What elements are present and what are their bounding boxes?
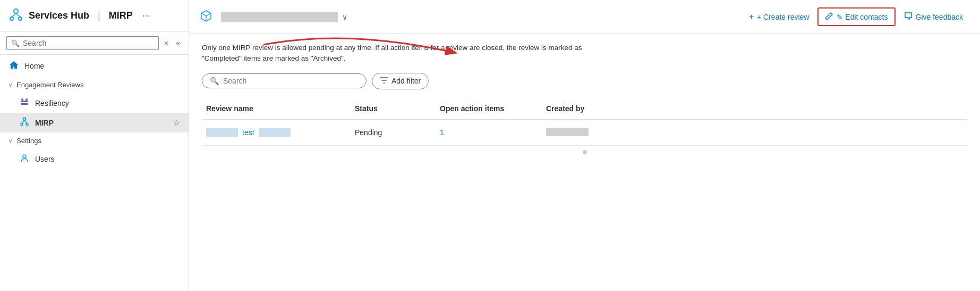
main-body: Only one MIRP review is allowed pending … — [189, 34, 980, 291]
svg-line-16 — [201, 13, 206, 16]
cell-status: Pending — [351, 126, 436, 139]
plus-icon: + — [749, 12, 754, 22]
svg-point-1 — [10, 17, 13, 20]
svg-point-7 — [21, 98, 23, 101]
add-filter-button[interactable]: Add filter — [372, 73, 429, 89]
sidebar-item-label-home: Home — [24, 62, 44, 70]
svg-point-14 — [23, 155, 26, 158]
edit-contacts-button[interactable]: ✎ Edit contacts — [817, 7, 895, 26]
app-subtitle: MIRP — [109, 10, 133, 21]
toolbar-title-bar — [221, 12, 338, 22]
sidebar-item-label-engagement-reviews: Engagement Reviews — [16, 81, 83, 89]
cell-review-name: test — [202, 126, 351, 139]
sidebar-item-label-mirp: MIRP — [35, 119, 54, 127]
chevron-down-icon: ∨ — [8, 82, 12, 88]
chevron-settings-icon: ∨ — [8, 138, 12, 144]
star-icon[interactable]: ☆ — [173, 119, 180, 127]
svg-rect-5 — [21, 101, 28, 102]
add-filter-label: Add filter — [391, 77, 421, 85]
pencil-icon — [825, 12, 833, 22]
svg-point-8 — [25, 98, 28, 101]
review-name-suffix-blur — [259, 128, 291, 137]
sidebar-item-home[interactable]: Home — [0, 55, 189, 77]
sidebar-navigation: Home ∨ Engagement Reviews Resiliency — [0, 55, 189, 291]
toolbar-chevron-icon[interactable]: ∨ — [342, 13, 347, 21]
toolbar-title-area: ∨ — [221, 12, 347, 22]
sidebar-search-row: 🔍 × « — [0, 32, 189, 55]
app-logo-icon — [8, 7, 23, 24]
cell-created-by — [542, 126, 701, 140]
filter-row: 🔍 Add filter — [202, 73, 967, 89]
toolbar-cube-icon — [200, 10, 212, 24]
edit-contacts-label: ✎ Edit contacts — [837, 13, 888, 21]
collapse-sidebar-button[interactable]: « — [174, 37, 182, 49]
resiliency-icon — [19, 97, 30, 109]
toolbar-actions: + + Create review ✎ Edit contacts — [743, 7, 969, 26]
svg-line-12 — [22, 121, 24, 124]
open-action-items-value: 1 — [440, 128, 444, 137]
sidebar-item-label-users: Users — [35, 155, 55, 163]
svg-point-0 — [14, 9, 18, 13]
more-options-icon[interactable]: ··· — [142, 10, 150, 21]
pagination — [202, 146, 967, 159]
svg-point-2 — [19, 17, 22, 20]
info-text: Only one MIRP review is allowed pending … — [202, 43, 680, 64]
filter-icon — [380, 76, 388, 86]
clear-search-button[interactable]: × — [162, 37, 171, 49]
mirp-icon — [19, 117, 30, 128]
svg-line-17 — [206, 13, 211, 16]
main-content: ∨ + + Create review ✎ Edit contacts — [189, 0, 980, 291]
svg-line-3 — [12, 13, 16, 17]
col-header-created-by: Created by — [542, 102, 701, 115]
svg-rect-6 — [21, 103, 28, 105]
sidebar-item-label-settings: Settings — [16, 137, 41, 145]
create-review-button[interactable]: + + Create review — [743, 9, 816, 25]
sidebar: Services Hub | MIRP ··· 🔍 × « Home — [0, 0, 189, 291]
search-icon: 🔍 — [11, 39, 20, 47]
table-header: Review name Status Open action items Cre… — [202, 98, 967, 120]
pagination-dot — [583, 150, 587, 154]
svg-line-13 — [24, 121, 27, 124]
table-row: test Pending 1 — [202, 120, 967, 146]
main-search-box: 🔍 — [202, 73, 367, 88]
give-feedback-label: Give feedback — [916, 13, 964, 21]
sidebar-item-users[interactable]: Users — [0, 149, 189, 169]
review-name-link[interactable]: test — [242, 128, 254, 137]
sidebar-item-settings[interactable]: ∨ Settings — [0, 132, 189, 149]
sidebar-search-input[interactable] — [23, 39, 154, 47]
svg-line-4 — [16, 13, 20, 17]
col-header-review-name: Review name — [202, 102, 351, 115]
main-search-input[interactable] — [223, 77, 359, 85]
svg-point-10 — [21, 123, 23, 126]
sidebar-item-label-resiliency: Resiliency — [35, 99, 69, 107]
sidebar-item-engagement-reviews[interactable]: ∨ Engagement Reviews — [0, 77, 189, 93]
svg-point-11 — [26, 123, 28, 126]
feedback-icon — [904, 12, 913, 22]
give-feedback-button[interactable]: Give feedback — [898, 9, 970, 25]
users-icon — [19, 153, 30, 164]
app-title: Services Hub — [29, 10, 89, 21]
created-by-blur — [546, 128, 589, 136]
sidebar-item-resiliency[interactable]: Resiliency — [0, 93, 189, 113]
search-icon: 🔍 — [210, 77, 219, 85]
create-review-label: + Create review — [757, 13, 809, 21]
svg-point-9 — [23, 118, 26, 121]
review-name-prefix-blur — [206, 128, 238, 137]
col-header-open-action-items: Open action items — [436, 102, 542, 115]
reviews-table: Review name Status Open action items Cre… — [202, 98, 967, 146]
main-toolbar: ∨ + + Create review ✎ Edit contacts — [189, 0, 980, 34]
title-divider: | — [98, 10, 100, 21]
sidebar-item-mirp[interactable]: MIRP ☆ — [0, 113, 189, 132]
home-icon — [8, 60, 19, 71]
cell-open-action-items[interactable]: 1 — [436, 126, 542, 139]
sidebar-header: Services Hub | MIRP ··· — [0, 0, 189, 32]
sidebar-search-box: 🔍 — [6, 36, 159, 50]
col-header-status: Status — [351, 102, 436, 115]
